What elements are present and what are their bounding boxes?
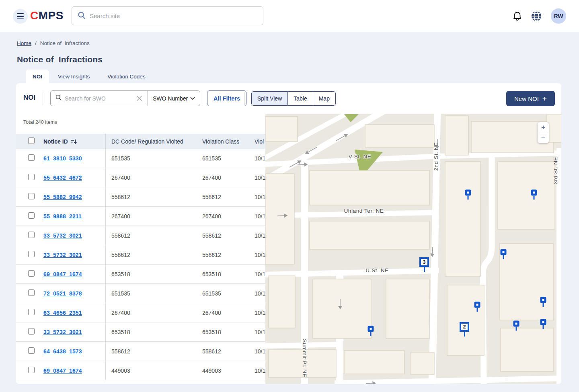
logo-letter-c: C xyxy=(30,9,39,22)
top-header: CMPS RW xyxy=(0,0,579,32)
row-checkbox[interactable] xyxy=(28,367,35,373)
notice-id-link[interactable]: 63_4656_2351 xyxy=(43,310,82,316)
map-cluster-marker[interactable]: 2 xyxy=(460,322,469,332)
dc-code-cell: 267400 xyxy=(106,174,202,181)
topbar-right: RW xyxy=(513,0,566,32)
breadcrumb-home-link[interactable]: Home xyxy=(17,40,31,46)
view-toggle-table[interactable]: Table xyxy=(288,91,313,106)
map-pin[interactable] xyxy=(474,302,480,308)
notice-id-link[interactable]: 55_6432_4672 xyxy=(43,174,82,181)
dc-code-cell: 449003 xyxy=(106,367,202,374)
table-header-row: Notice ID DC Code/ Regulation Violted Vi… xyxy=(16,134,265,149)
search-type-select[interactable]: SWO Number xyxy=(148,91,200,106)
total-items-label: Total 240 items xyxy=(23,119,57,125)
table-row: 63_4656_2351 267400 267400 10/1 xyxy=(16,303,265,322)
violation-class-cell: 651535 xyxy=(202,290,255,297)
all-filters-button[interactable]: All Filters xyxy=(207,90,246,106)
notice-id-link[interactable]: 69_0847_1674 xyxy=(43,271,82,277)
row-checkbox[interactable] xyxy=(28,212,35,219)
dc-code-cell: 558612 xyxy=(106,348,202,355)
map-pin[interactable] xyxy=(368,326,374,332)
row-checkbox[interactable] xyxy=(28,347,35,354)
site-search-input[interactable] xyxy=(90,12,257,19)
close-icon xyxy=(137,96,142,101)
table-row: 55_6432_4672 267400 267400 10/1 xyxy=(16,168,265,187)
row-checkbox[interactable] xyxy=(28,174,35,180)
violation-date-cell: 10/1 xyxy=(255,329,265,335)
column-violation-date: Viol xyxy=(255,138,265,145)
notice-id-link[interactable]: 33_5732_3021 xyxy=(43,252,82,258)
noi-panel: NOI SWO Number All Filters Split View Ta… xyxy=(16,83,561,384)
view-toggle-map[interactable]: Map xyxy=(313,91,336,106)
notice-id-link[interactable]: 64_6438_1573 xyxy=(43,348,82,355)
chevron-down-icon xyxy=(190,97,195,100)
tab-noi[interactable]: NOI xyxy=(26,70,49,83)
tab-view-insights[interactable]: View Insights xyxy=(49,70,99,83)
violation-class-cell: 449003 xyxy=(202,367,255,374)
map-pin[interactable] xyxy=(465,190,471,196)
toolbar-divider xyxy=(43,92,43,105)
row-checkbox[interactable] xyxy=(28,251,35,257)
table-row: 69_0847_1674 449003 449003 10/1 xyxy=(16,361,265,380)
row-checkbox[interactable] xyxy=(28,154,35,161)
app-logo: CMPS xyxy=(30,9,64,22)
notice-id-link[interactable]: 69_0847_1674 xyxy=(43,367,82,374)
row-checkbox[interactable] xyxy=(28,328,35,335)
map-pin[interactable] xyxy=(501,249,507,255)
dc-code-cell: 558612 xyxy=(106,194,202,200)
map-pin[interactable] xyxy=(531,190,537,196)
map-pin[interactable] xyxy=(540,297,546,303)
page: CMPS RW Home / Notice of Infractions Not… xyxy=(0,0,579,392)
user-avatar[interactable]: RW xyxy=(551,8,566,24)
zoom-in-button[interactable]: + xyxy=(538,122,549,133)
violation-date-cell: 10/1 xyxy=(255,155,265,162)
violation-date-cell: 10/1 xyxy=(255,194,265,200)
select-all-checkbox[interactable] xyxy=(28,138,35,144)
sort-button[interactable] xyxy=(71,139,77,144)
swo-search-input[interactable] xyxy=(65,95,132,102)
language-globe-button[interactable] xyxy=(531,10,542,22)
cluster-count: 3 xyxy=(419,257,429,267)
violation-date-cell: 10/1 xyxy=(255,213,265,220)
clear-search-button[interactable] xyxy=(135,96,144,101)
globe-icon xyxy=(531,10,542,22)
violation-date-cell: 10/1 xyxy=(255,348,265,355)
breadcrumb-separator: / xyxy=(35,40,37,46)
notice-id-link[interactable]: 33_5732_3021 xyxy=(43,329,82,335)
breadcrumb-current: Notice of Infractions xyxy=(40,40,90,46)
map-cluster-marker[interactable]: 3 xyxy=(419,257,429,267)
noi-table: Notice ID DC Code/ Regulation Violted Vi… xyxy=(16,134,265,380)
map-pin[interactable] xyxy=(540,319,546,325)
notice-id-link[interactable]: 61_3810_5330 xyxy=(43,155,82,162)
breadcrumb: Home / Notice of Infractions xyxy=(17,40,90,46)
notice-id-link[interactable]: 72_0521_8378 xyxy=(43,290,82,297)
notice-id-link[interactable]: 55_5882_9942 xyxy=(43,194,82,200)
toolbar-divider xyxy=(244,92,245,105)
notice-id-link[interactable]: 33_5732_3021 xyxy=(43,232,82,239)
new-noi-button[interactable]: New NOI + xyxy=(506,91,555,106)
notifications-bell-button[interactable] xyxy=(513,11,522,21)
map-canvas[interactable]: V St. NE Uhland Ter. NE U St. NE 2nd St.… xyxy=(265,114,561,384)
row-checkbox[interactable] xyxy=(28,193,35,199)
row-checkbox[interactable] xyxy=(28,232,35,238)
violation-class-cell: 651535 xyxy=(202,155,255,162)
zoom-out-button[interactable]: − xyxy=(538,133,549,144)
violation-class-cell: 558612 xyxy=(202,252,255,258)
panel-section-label: NOI xyxy=(23,94,35,102)
violation-class-cell: 558612 xyxy=(202,232,255,239)
row-checkbox[interactable] xyxy=(28,270,35,277)
violation-date-cell: 10/1 xyxy=(255,367,265,374)
swo-search-group: SWO Number xyxy=(50,90,200,106)
hamburger-menu-button[interactable] xyxy=(13,9,28,24)
logo-rest: MPS xyxy=(39,9,64,22)
notice-id-link[interactable]: 55_9888_2211 xyxy=(43,213,82,220)
tab-violation-codes[interactable]: Violation Codes xyxy=(99,70,154,83)
table-row: 55_5882_9942 558612 558612 10/1 xyxy=(16,187,265,207)
map-pin[interactable] xyxy=(513,321,519,327)
dc-code-cell: 653518 xyxy=(106,329,202,335)
view-toggle-split[interactable]: Split View xyxy=(251,91,288,106)
dc-code-cell: 558612 xyxy=(106,252,202,258)
row-checkbox[interactable] xyxy=(28,289,35,296)
dc-code-cell: 267400 xyxy=(106,310,202,316)
row-checkbox[interactable] xyxy=(28,309,35,315)
